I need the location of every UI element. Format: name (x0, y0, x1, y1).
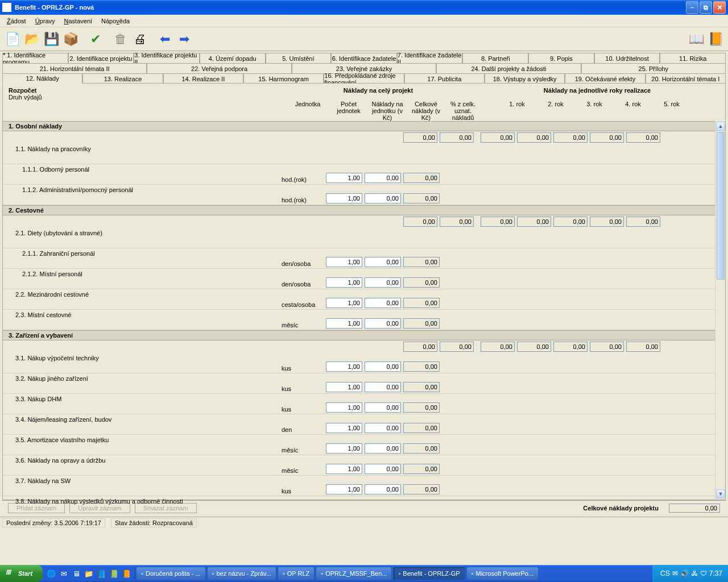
tab[interactable]: 13. Realizace (82, 73, 163, 84)
scroll-thumb[interactable] (717, 132, 725, 280)
pocet-input[interactable] (326, 464, 362, 474)
pocet-input[interactable] (326, 318, 362, 329)
tab[interactable]: 9. Popis (528, 53, 594, 63)
naklady-jednotku-input[interactable] (365, 257, 401, 267)
print-icon[interactable]: 🖨 (131, 30, 149, 48)
naklady-jednotku-input[interactable] (365, 277, 401, 288)
menu-napoveda[interactable]: Nápověda (97, 16, 134, 26)
tab[interactable]: 20. Horizontální témata I (646, 73, 726, 84)
ql-ie-icon[interactable]: 🌐 (46, 568, 56, 579)
tab-container: * 1. Identifikace programu2. Identifikac… (0, 51, 728, 83)
taskbar-task[interactable]: ▫OPRLZ_MSSF_Ben... (316, 567, 392, 580)
naklady-jednotku-input[interactable] (365, 402, 401, 413)
export-icon[interactable]: 📦 (61, 30, 80, 48)
tab[interactable]: 3. Identifikace projektu II (134, 53, 200, 63)
tab[interactable]: 7. Identifikace žadatele II (397, 53, 463, 63)
naklady-jednotku-input[interactable] (365, 298, 401, 308)
vertical-scrollbar[interactable]: ▲ ▼ (715, 121, 725, 500)
naklady-jednotku-input[interactable] (365, 382, 401, 392)
pocet-input[interactable] (326, 443, 362, 454)
ql-desktop-icon[interactable]: 🖥 (71, 568, 81, 579)
window-title: Benefit - OPRLZ-GP - nová (14, 4, 686, 11)
tab[interactable]: 11. Rizika (660, 53, 726, 63)
tab[interactable]: * 1. Identifikace programu (2, 53, 68, 63)
back-icon[interactable]: ⬅ (156, 30, 174, 48)
taskbar-task[interactable]: ▫Microsoft PowerPo... (466, 567, 539, 580)
tab[interactable]: 22. Veřejná podpora (147, 63, 291, 73)
lang-indicator[interactable]: CS (660, 569, 670, 577)
header-right: Náklady na jednotlivé roky realizace (475, 87, 719, 101)
clock[interactable]: 7:37 (709, 569, 722, 577)
tab[interactable]: 14. Realizace II (163, 73, 243, 84)
check-icon[interactable]: ✔ (86, 30, 105, 48)
naklady-jednotku-input[interactable] (365, 464, 401, 474)
tray-network-icon[interactable]: 🖧 (691, 569, 698, 577)
pocet-input[interactable] (326, 484, 362, 494)
sum-field: 0,00 (517, 132, 551, 143)
pocet-input[interactable] (326, 193, 362, 203)
tab[interactable]: 24. Další projekty a žádosti (436, 63, 581, 73)
scroll-down-icon[interactable]: ▼ (716, 489, 725, 498)
ql-word-icon[interactable]: 📘 (96, 568, 106, 579)
naklady-jednotku-input[interactable] (365, 193, 401, 203)
tab[interactable]: 8. Partneři (462, 53, 528, 63)
forward-icon[interactable]: ➡ (175, 30, 193, 48)
menu-upravy[interactable]: Úpravy (31, 16, 60, 26)
celkove-field: 0,00 (403, 257, 440, 267)
ql-excel-icon[interactable]: 📗 (109, 568, 119, 579)
tab[interactable]: 4. Území dopadu (200, 53, 266, 63)
pocet-input[interactable] (326, 257, 362, 267)
naklady-jednotku-input[interactable] (365, 318, 401, 329)
unit-label: měsíc (282, 467, 325, 474)
pocet-input[interactable] (326, 361, 362, 372)
system-tray[interactable]: CS ✉ 🔊 🖧 🛡 7:37 (652, 565, 728, 582)
pocet-input[interactable] (326, 173, 362, 183)
rozpocet-label: Rozpočet (9, 87, 282, 94)
taskbar-task[interactable]: ▫bez názvu - Zpráv... (207, 567, 276, 580)
close-button[interactable]: ✕ (713, 1, 726, 14)
new-icon[interactable]: 📄 (3, 30, 22, 48)
minimize-button[interactable]: – (686, 1, 698, 14)
help-icon[interactable]: 📙 (706, 30, 725, 48)
naklady-jednotku-input[interactable] (365, 484, 401, 494)
naklady-jednotku-input[interactable] (365, 361, 401, 372)
tab[interactable]: 15. Harmonogram (243, 73, 324, 84)
book-icon[interactable]: 📖 (687, 30, 705, 48)
ql-mail-icon[interactable]: ✉ (59, 568, 69, 579)
naklady-jednotku-input[interactable] (365, 173, 401, 183)
tab[interactable]: 18. Výstupy a výsledky (485, 73, 565, 84)
maximize-button[interactable]: ⧉ (700, 1, 712, 14)
tray-shield-icon[interactable]: 🛡 (700, 569, 707, 577)
ql-explorer-icon[interactable]: 📁 (84, 568, 94, 579)
pocet-input[interactable] (326, 402, 362, 413)
naklady-jednotku-input[interactable] (365, 423, 401, 433)
tab[interactable]: 17. Publicita (404, 73, 485, 84)
tab[interactable]: 12. Náklady (2, 73, 82, 84)
tab[interactable]: 21. Horizontální témata II (2, 63, 147, 73)
trash-icon[interactable]: 🗑 (111, 30, 130, 48)
open-icon[interactable]: 📂 (23, 30, 41, 48)
tray-volume-icon[interactable]: 🔊 (680, 569, 689, 577)
pocet-input[interactable] (326, 298, 362, 308)
taskbar-task[interactable]: ▫Benefit - OPRLZ-GP (393, 567, 465, 580)
taskbar-task[interactable]: ▫OP RLZ (278, 567, 315, 580)
menu-nastaveni[interactable]: Nastavení (60, 16, 97, 26)
tab[interactable]: 25. Přílohy (581, 63, 726, 73)
pocet-input[interactable] (326, 277, 362, 288)
pocet-input[interactable] (326, 423, 362, 433)
tab[interactable]: 6. Identifikace žadatele (331, 53, 397, 63)
tab[interactable]: 2. Identifikace projektu (68, 53, 134, 63)
tab[interactable]: 10. Udržitelnost (594, 53, 660, 63)
ql-ppt-icon[interactable]: 📙 (121, 568, 131, 579)
naklady-jednotku-input[interactable] (365, 443, 401, 454)
start-button[interactable]: ⊞ Start (0, 565, 43, 582)
scroll-up-icon[interactable]: ▲ (716, 122, 725, 131)
tab[interactable]: 5. Umístění (266, 53, 332, 63)
pocet-input[interactable] (326, 382, 362, 392)
taskbar-task[interactable]: ▫Doručená pošta - ... (136, 567, 206, 580)
tray-mail-icon[interactable]: ✉ (672, 569, 678, 577)
tab[interactable]: 19. Očekávané efekty (565, 73, 645, 84)
save-icon[interactable]: 💾 (42, 30, 60, 48)
tab[interactable]: 16. Předpokládané zdroje financování (324, 73, 404, 84)
menu-zadost[interactable]: Žádost (2, 16, 31, 26)
